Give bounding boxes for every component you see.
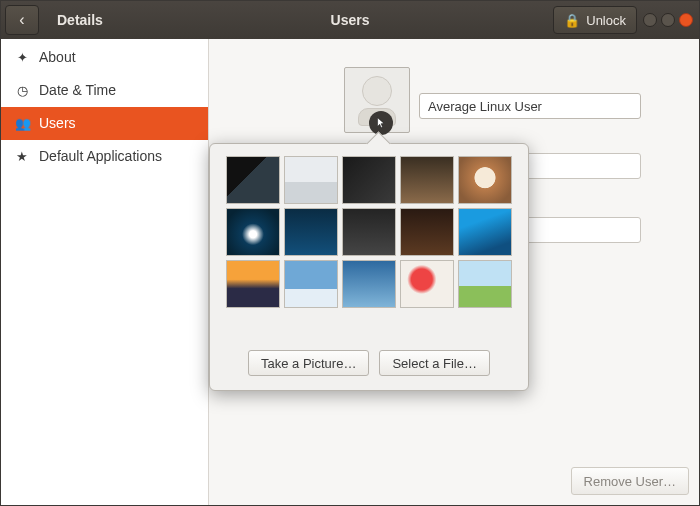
stock-avatar-sunset-mountain[interactable]: [226, 260, 280, 308]
sidebar-item-about[interactable]: ✦ About: [1, 41, 208, 74]
sidebar-item-label: Default Applications: [39, 148, 162, 164]
about-icon: ✦: [15, 50, 29, 65]
remove-user-button[interactable]: Remove User…: [571, 467, 689, 495]
settings-sidebar: ✦ About ◷ Date & Time 👥 Users ★ Default …: [1, 39, 209, 505]
stock-avatar-guitar-dark[interactable]: [342, 208, 396, 256]
unlock-button[interactable]: 🔒 Unlock: [553, 6, 637, 34]
users-panel: Take a Picture… Select a File… Remove Us…: [209, 39, 699, 505]
sidebar-item-label: Date & Time: [39, 82, 116, 98]
stock-avatar-open-book[interactable]: [284, 156, 338, 204]
avatar-placeholder-icon: [362, 76, 392, 106]
avatar-picker-popover: Take a Picture… Select a File…: [209, 143, 529, 391]
select-file-button[interactable]: Select a File…: [379, 350, 490, 376]
avatar-placeholder-icon: [358, 108, 396, 126]
stock-avatar-wave-dark[interactable]: [284, 208, 338, 256]
panel-title: Details: [57, 12, 103, 28]
stock-avatar-grid: [222, 156, 516, 308]
unlock-button-label: Unlock: [586, 13, 626, 28]
sidebar-item-users[interactable]: 👥 Users: [1, 107, 208, 140]
stock-avatar-bicycle-night[interactable]: [226, 156, 280, 204]
avatar-popover-actions: Take a Picture… Select a File…: [222, 350, 516, 376]
full-name-input[interactable]: [419, 93, 641, 119]
sidebar-item-date-time[interactable]: ◷ Date & Time: [1, 74, 208, 107]
clock-icon: ◷: [15, 83, 29, 98]
back-button[interactable]: ‹: [5, 5, 39, 35]
user-avatar-button[interactable]: [344, 67, 410, 133]
take-picture-button[interactable]: Take a Picture…: [248, 350, 369, 376]
stock-avatar-surfer-wave[interactable]: [342, 260, 396, 308]
star-icon: ★: [15, 149, 29, 164]
window-body: ✦ About ◷ Date & Time 👥 Users ★ Default …: [1, 39, 699, 505]
stock-avatar-tomatoes[interactable]: [400, 260, 454, 308]
stock-avatar-airplane-wing[interactable]: [284, 260, 338, 308]
chevron-left-icon: ‹: [19, 11, 24, 29]
stock-avatar-latte-art[interactable]: [458, 156, 512, 204]
sidebar-item-default-apps[interactable]: ★ Default Applications: [1, 140, 208, 173]
page-title: Users: [331, 12, 370, 28]
sidebar-item-label: Users: [39, 115, 76, 131]
stock-avatar-hummingbird[interactable]: [458, 208, 512, 256]
stock-avatar-calculator-clips[interactable]: [342, 156, 396, 204]
close-button[interactable]: [679, 13, 693, 27]
minimize-button[interactable]: [643, 13, 657, 27]
stock-avatar-cat[interactable]: [400, 156, 454, 204]
users-icon: 👥: [15, 116, 29, 131]
settings-window: ‹ Details Users 🔒 Unlock ✦ About ◷ Date …: [0, 0, 700, 506]
titlebar: ‹ Details Users 🔒 Unlock: [1, 1, 699, 39]
stock-avatar-headphones-dark[interactable]: [400, 208, 454, 256]
window-controls: [643, 13, 693, 27]
stock-avatar-lone-tree-field[interactable]: [458, 260, 512, 308]
stock-avatar-white-lily-blue[interactable]: [226, 208, 280, 256]
lock-icon: 🔒: [564, 13, 580, 28]
sidebar-item-label: About: [39, 49, 76, 65]
maximize-button[interactable]: [661, 13, 675, 27]
